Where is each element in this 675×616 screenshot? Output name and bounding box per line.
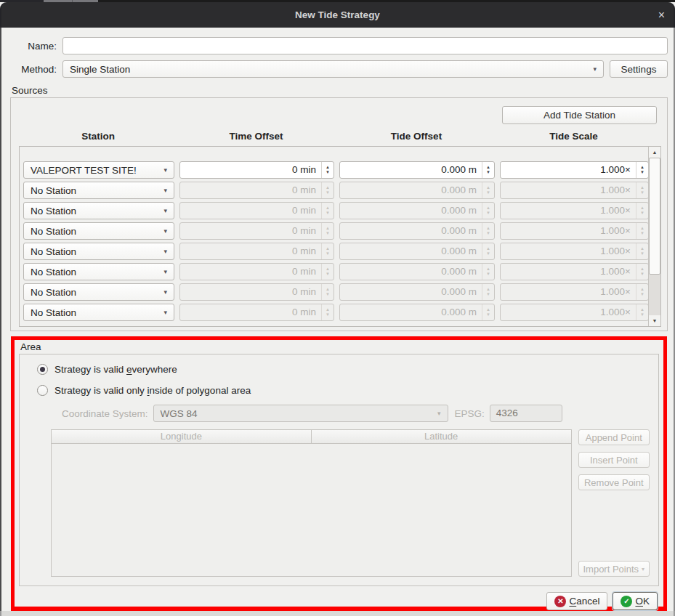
tide-scale-spinner: 1.000× ▲▼ <box>500 182 649 199</box>
cancel-button[interactable]: ✕ Cancel <box>546 592 607 610</box>
station-select[interactable]: No Station ▾ <box>23 283 174 301</box>
spin-down-icon: ▼ <box>640 251 644 256</box>
tide-scale-spinner: 1.000× ▲▼ <box>500 222 649 240</box>
sources-scroll-area: VALEPORT TEST SITE! ▾ 0 min ▲▼ 0.000 m ▲… <box>19 146 661 327</box>
spin-down-icon: ▼ <box>326 231 330 236</box>
spin-down-icon[interactable]: ▼ <box>486 170 490 175</box>
column-header-station: Station <box>23 131 174 142</box>
station-select[interactable]: No Station ▾ <box>23 182 174 199</box>
spin-down-icon: ▼ <box>486 251 490 256</box>
spin-down-icon: ▼ <box>640 231 644 236</box>
tide-scale-spinner[interactable]: 1.000× ▲▼ <box>500 161 649 179</box>
polygon-points-row: Longitude Latitude Append Point Insert P… <box>51 429 650 580</box>
ok-label: OK <box>635 596 650 607</box>
points-table: Longitude Latitude <box>51 429 572 577</box>
scroll-down-button[interactable]: ▼ <box>649 315 660 326</box>
spin-up-icon: ▲ <box>486 267 490 272</box>
spin-down-icon: ▼ <box>640 190 644 195</box>
tide-source-row: No Station ▾ 0 min ▲▼ 0.000 m ▲▼ 1.000× … <box>23 283 660 301</box>
tide-scale-spinner: 1.000× ▲▼ <box>500 304 649 321</box>
ok-check-icon: ✓ <box>621 596 632 607</box>
remove-point-button: Remove Point <box>578 474 650 490</box>
station-value: No Station <box>31 206 76 216</box>
station-select[interactable]: No Station ▾ <box>23 202 174 219</box>
station-value: No Station <box>31 185 76 196</box>
spin-down-icon: ▼ <box>640 292 644 297</box>
ok-button[interactable]: ✓ OK <box>613 592 658 610</box>
spin-down-icon[interactable]: ▼ <box>640 170 644 175</box>
name-label: Name: <box>10 41 57 52</box>
close-icon[interactable]: × <box>658 9 665 21</box>
tide-offset-spinner: 0.000 m ▲▼ <box>339 263 495 280</box>
radio-valid-everywhere[interactable]: Strategy is valid everywhere <box>37 364 650 375</box>
spin-up-icon: ▲ <box>640 206 644 211</box>
spin-up-icon: ▲ <box>326 287 330 292</box>
name-input[interactable] <box>62 37 668 54</box>
scroll-up-button[interactable]: ▲ <box>649 147 660 158</box>
spin-down-icon: ▼ <box>486 292 490 297</box>
tide-offset-spinner: 0.000 m ▲▼ <box>339 283 495 301</box>
time-offset-spinner[interactable]: 0 min ▲▼ <box>179 161 334 179</box>
titlebar[interactable]: New Tide Strategy × <box>0 2 675 28</box>
add-tide-station-button[interactable]: Add Tide Station <box>502 106 657 124</box>
radio-everywhere-label: Strategy is valid everywhere <box>54 364 177 375</box>
radio-button-icon[interactable] <box>37 385 48 396</box>
tide-offset-spinner[interactable]: 0.000 m ▲▼ <box>339 161 495 179</box>
spin-up-icon: ▲ <box>486 226 490 231</box>
time-offset-spinner: 0 min ▲▼ <box>179 243 334 260</box>
red-highlight-annotation: Area Strategy is valid everywhere Strate… <box>11 336 667 612</box>
spin-up-icon[interactable]: ▲ <box>640 165 644 170</box>
spin-down-icon: ▼ <box>486 190 490 195</box>
spin-up-icon: ▲ <box>326 246 330 251</box>
dialog-body: Name: Method: Single Station ▾ Settings … <box>0 28 675 611</box>
station-select[interactable]: No Station ▾ <box>23 263 174 280</box>
points-table-header: Longitude Latitude <box>52 430 571 444</box>
method-select[interactable]: Single Station ▾ <box>62 60 604 78</box>
tide-offset-spinner: 0.000 m ▲▼ <box>339 202 495 219</box>
station-value: No Station <box>31 307 76 318</box>
time-offset-spinner: 0 min ▲▼ <box>179 283 334 301</box>
settings-button[interactable]: Settings <box>610 60 668 78</box>
station-select[interactable]: No Station ▾ <box>23 222 174 240</box>
chevron-down-icon: ▾ <box>159 207 167 214</box>
station-value: VALEPORT TEST SITE! <box>31 165 137 176</box>
station-select[interactable]: VALEPORT TEST SITE! ▾ <box>23 161 174 179</box>
cancel-x-icon: ✕ <box>554 596 566 607</box>
time-offset-spinner: 0 min ▲▼ <box>179 263 334 280</box>
spin-down-icon: ▼ <box>640 272 644 277</box>
spin-down-icon: ▼ <box>326 251 330 256</box>
station-value: No Station <box>31 246 76 257</box>
chevron-down-icon: ▾ <box>159 288 167 296</box>
spin-up-icon: ▲ <box>326 185 330 190</box>
time-offset-spinner: 0 min ▲▼ <box>179 304 334 321</box>
scrollbar-track[interactable] <box>649 158 660 315</box>
spin-up-icon: ▲ <box>486 287 490 292</box>
radio-valid-polygon[interactable]: Strategy is valid only inside of polygon… <box>37 385 650 396</box>
spin-up-icon[interactable]: ▲ <box>486 165 490 170</box>
points-buttons-column: Append Point Insert Point Remove Point I… <box>578 429 650 580</box>
spin-up-icon: ▲ <box>326 307 330 312</box>
station-value: No Station <box>31 287 76 298</box>
chevron-down-icon: ▾ <box>159 166 167 174</box>
scrollbar-thumb[interactable] <box>649 158 660 275</box>
column-header-latitude: Latitude <box>312 430 571 443</box>
scroll-up-icon: ▲ <box>652 150 658 155</box>
tide-offset-spinner: 0.000 m ▲▼ <box>339 222 495 240</box>
spin-up-icon: ▲ <box>640 185 644 190</box>
column-header-tide-scale: Tide Scale <box>499 131 648 142</box>
chevron-down-icon: ▾ <box>159 309 167 316</box>
radio-button-icon[interactable] <box>37 364 48 375</box>
spin-down-icon: ▼ <box>326 292 330 297</box>
cancel-label: Cancel <box>569 596 599 607</box>
vertical-scrollbar[interactable]: ▲ ▼ <box>648 147 660 326</box>
station-select[interactable]: No Station ▾ <box>23 304 174 321</box>
spin-up-icon[interactable]: ▲ <box>326 165 330 170</box>
chevron-down-icon: ▾ <box>642 566 644 572</box>
tide-source-row: No Station ▾ 0 min ▲▼ 0.000 m ▲▼ 1.000× … <box>23 222 660 240</box>
station-value: No Station <box>31 226 76 237</box>
spin-down-icon[interactable]: ▼ <box>326 170 330 175</box>
spin-up-icon: ▲ <box>486 206 490 211</box>
method-value: Single Station <box>70 64 130 75</box>
station-select[interactable]: No Station ▾ <box>23 243 174 260</box>
window-title: New Tide Strategy <box>295 9 380 20</box>
